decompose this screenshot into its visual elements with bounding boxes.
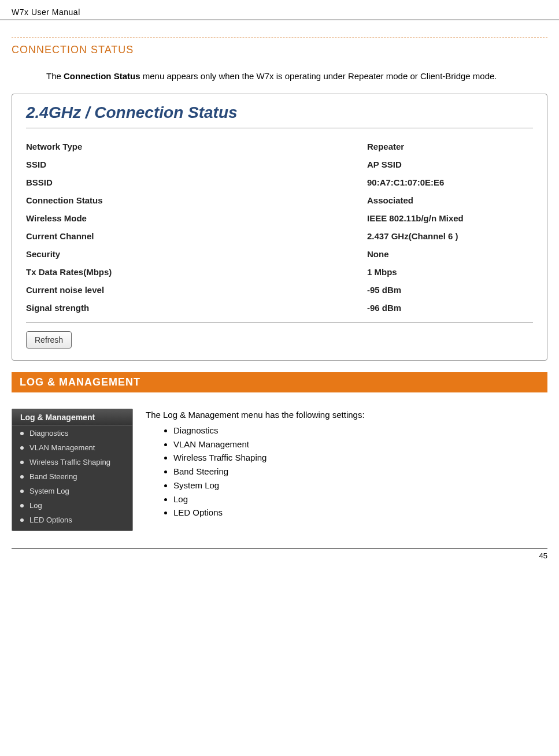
list-item: Log: [173, 492, 547, 506]
bullet-icon: [20, 446, 24, 450]
bullet-icon: [20, 461, 24, 464]
status-label: BSSID: [26, 177, 367, 187]
sidebar-menu-image: Log & Management Diagnostics VLAN Manage…: [12, 409, 133, 531]
status-value: -95 dBm: [367, 285, 533, 295]
menu-item[interactable]: Diagnostics: [12, 426, 132, 440]
status-value: Repeater: [367, 142, 533, 151]
status-value: None: [367, 249, 533, 259]
bullet-icon: [20, 518, 24, 522]
list-item: VLAN Management: [173, 438, 547, 451]
status-label: Signal strength: [26, 303, 367, 313]
status-label: Current noise level: [26, 285, 367, 295]
bullet-icon: [20, 490, 24, 493]
status-value: 90:A7:C1:07:0E:E6: [367, 177, 533, 187]
list-item: LED Options: [173, 506, 547, 520]
status-row: BSSID 90:A7:C1:07:0E:E6: [26, 173, 533, 191]
status-row: Signal strength -96 dBm: [26, 299, 533, 317]
refresh-button[interactable]: Refresh: [26, 331, 72, 349]
intro-paragraph: The Connection Status menu appears only …: [12, 70, 547, 82]
status-value: IEEE 802.11b/g/n Mixed: [367, 213, 533, 223]
bullet-icon: [20, 475, 24, 479]
status-value: AP SSID: [367, 160, 533, 169]
page-header: W7x User Manual: [0, 0, 559, 20]
intro-post: menu appears only when the W7x is operat…: [140, 71, 497, 81]
bullet-icon: [20, 432, 24, 435]
menu-item[interactable]: Band Steering: [12, 469, 132, 484]
status-row: Security None: [26, 245, 533, 263]
description-column: The Log & Management menu has the follow…: [146, 409, 547, 520]
intro-bold: Connection Status: [64, 71, 140, 81]
status-label: Tx Data Rates(Mbps): [26, 267, 367, 277]
menu-item[interactable]: VLAN Management: [12, 440, 132, 455]
status-label: Security: [26, 249, 367, 259]
menu-header: Log & Management: [12, 409, 132, 426]
status-value: Associated: [367, 195, 533, 205]
status-row: Tx Data Rates(Mbps) 1 Mbps: [26, 263, 533, 281]
list-item: Diagnostics: [173, 424, 547, 438]
status-label: Wireless Mode: [26, 213, 367, 223]
status-label: SSID: [26, 160, 367, 169]
header-text: W7x User Manual: [12, 8, 80, 17]
connection-status-panel: 2.4GHz / Connection Status Network Type …: [12, 94, 547, 361]
status-row: Current noise level -95 dBm: [26, 281, 533, 299]
status-row: Current Channel 2.437 GHz(Channel 6 ): [26, 227, 533, 245]
status-label: Network Type: [26, 142, 367, 151]
status-label: Current Channel: [26, 231, 367, 241]
menu-item[interactable]: System Log: [12, 484, 132, 498]
status-row: SSID AP SSID: [26, 155, 533, 173]
status-row: Network Type Repeater: [26, 138, 533, 155]
status-label: Connection Status: [26, 195, 367, 205]
menu-item[interactable]: LED Options: [12, 513, 132, 527]
section-title-connection: CONNECTION STATUS: [12, 44, 547, 56]
list-item: Wireless Traffic Shaping: [173, 451, 547, 465]
status-value: 2.437 GHz(Channel 6 ): [367, 231, 533, 241]
description-intro: The Log & Management menu has the follow…: [146, 409, 547, 421]
page-footer: 45: [12, 549, 547, 560]
connection-status-section: CONNECTION STATUS The Connection Status …: [12, 38, 547, 361]
status-value: -96 dBm: [367, 303, 533, 313]
divider: [26, 323, 533, 323]
list-item: Band Steering: [173, 465, 547, 479]
panel-title: 2.4GHz / Connection Status: [26, 101, 533, 128]
status-row: Connection Status Associated: [26, 191, 533, 209]
bullet-icon: [20, 504, 24, 507]
intro-pre: The: [46, 71, 64, 81]
list-item: System Log: [173, 479, 547, 492]
menu-item[interactable]: Log: [12, 498, 132, 513]
status-value: 1 Mbps: [367, 267, 533, 277]
menu-item[interactable]: Wireless Traffic Shaping: [12, 455, 132, 469]
section-title-log-management: LOG & MANAGEMENT: [12, 372, 547, 392]
status-row: Wireless Mode IEEE 802.11b/g/n Mixed: [26, 209, 533, 227]
page-number: 45: [539, 551, 547, 560]
